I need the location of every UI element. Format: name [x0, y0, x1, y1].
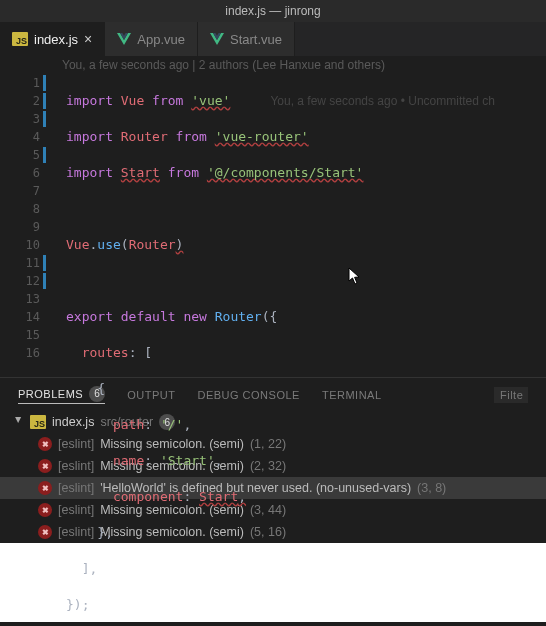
- line-number: 8: [0, 200, 40, 218]
- js-icon: JS: [30, 415, 46, 429]
- line-number: 11: [0, 254, 40, 272]
- editor-tabs: JS index.js × App.vue Start.vue: [0, 22, 546, 56]
- error-icon: [38, 525, 52, 539]
- error-icon: [38, 459, 52, 473]
- tab-start-vue[interactable]: Start.vue: [198, 22, 295, 56]
- close-icon[interactable]: ×: [84, 31, 92, 47]
- code-area[interactable]: import Vue from 'vue'You, a few seconds …: [48, 74, 495, 377]
- js-icon: JS: [12, 32, 28, 46]
- window-titlebar: index.js — jinrong: [0, 0, 546, 22]
- chevron-down-icon: ▸: [12, 417, 26, 427]
- line-number: 7: [0, 182, 40, 200]
- line-number: 16: [0, 344, 40, 362]
- filter-input[interactable]: Filte: [494, 387, 528, 403]
- line-number: 1: [0, 74, 40, 92]
- line-number: 15: [0, 326, 40, 344]
- line-number: 14: [0, 308, 40, 326]
- error-icon: [38, 481, 52, 495]
- window-title: index.js — jinrong: [225, 4, 320, 18]
- line-number: 10: [0, 236, 40, 254]
- tab-label: Start.vue: [230, 32, 282, 47]
- error-icon: [38, 437, 52, 451]
- line-number: 3: [0, 110, 40, 128]
- inline-blame: You, a few seconds ago • Uncommitted ch: [230, 94, 495, 108]
- line-number: 6: [0, 164, 40, 182]
- vue-icon: [117, 33, 131, 45]
- line-number: 2: [0, 92, 40, 110]
- line-number: 13: [0, 290, 40, 308]
- line-number: 4: [0, 128, 40, 146]
- line-number: 9: [0, 218, 40, 236]
- tab-index-js[interactable]: JS index.js ×: [0, 22, 105, 56]
- tab-app-vue[interactable]: App.vue: [105, 22, 198, 56]
- line-gutter: 1 2 3 4 5 6 7 8 9 10 11 12 13 14 15 16: [0, 74, 48, 377]
- line-number: 12: [0, 272, 40, 290]
- tab-label: App.vue: [137, 32, 185, 47]
- editor-pane[interactable]: 1 2 3 4 5 6 7 8 9 10 11 12 13 14 15 16 i…: [0, 74, 546, 377]
- tab-label: index.js: [34, 32, 78, 47]
- line-number: 5: [0, 146, 40, 164]
- vue-icon: [210, 33, 224, 45]
- error-icon: [38, 503, 52, 517]
- blame-header: You, a few seconds ago | 2 authors (Lee …: [0, 56, 546, 74]
